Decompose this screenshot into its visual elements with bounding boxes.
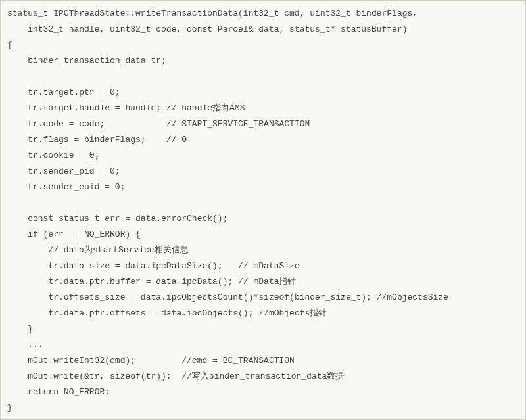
code-block: status_t IPCThreadState::writeTransactio… bbox=[7, 6, 519, 416]
